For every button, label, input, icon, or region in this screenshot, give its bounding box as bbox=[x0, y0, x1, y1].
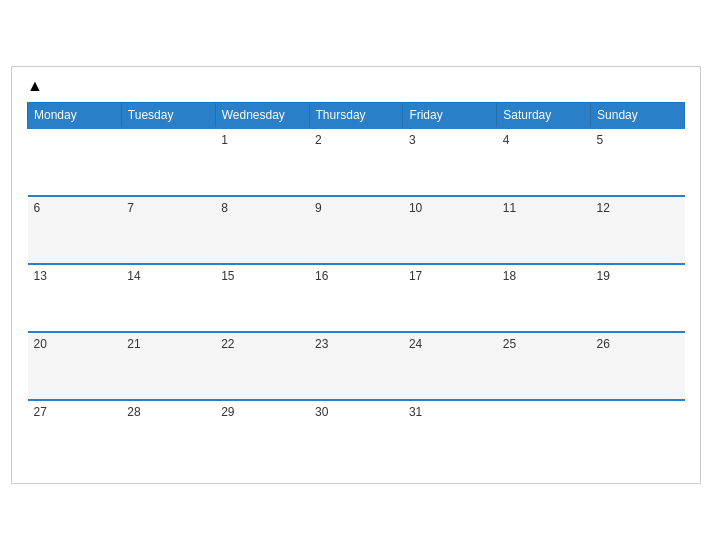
day-number: 15 bbox=[221, 269, 234, 283]
calendar-tbody: 1234567891011121314151617181920212223242… bbox=[28, 128, 685, 468]
day-number: 9 bbox=[315, 201, 322, 215]
weekday-header-monday: Monday bbox=[28, 103, 122, 129]
week-row-2: 13141516171819 bbox=[28, 264, 685, 332]
calendar-cell: 16 bbox=[309, 264, 403, 332]
day-number: 21 bbox=[127, 337, 140, 351]
calendar-cell: 17 bbox=[403, 264, 497, 332]
weekday-header-tuesday: Tuesday bbox=[121, 103, 215, 129]
calendar-cell: 6 bbox=[28, 196, 122, 264]
day-number: 1 bbox=[221, 133, 228, 147]
calendar-cell: 1 bbox=[215, 128, 309, 196]
calendar-cell: 9 bbox=[309, 196, 403, 264]
day-number: 23 bbox=[315, 337, 328, 351]
calendar-cell: 27 bbox=[28, 400, 122, 468]
weekday-header-saturday: Saturday bbox=[497, 103, 591, 129]
calendar-cell: 25 bbox=[497, 332, 591, 400]
day-number: 24 bbox=[409, 337, 422, 351]
day-number: 19 bbox=[597, 269, 610, 283]
calendar-cell: 15 bbox=[215, 264, 309, 332]
calendar-cell: 4 bbox=[497, 128, 591, 196]
day-number: 16 bbox=[315, 269, 328, 283]
day-number: 30 bbox=[315, 405, 328, 419]
calendar-thead: MondayTuesdayWednesdayThursdayFridaySatu… bbox=[28, 103, 685, 129]
calendar-cell bbox=[121, 128, 215, 196]
day-number: 25 bbox=[503, 337, 516, 351]
day-number: 6 bbox=[34, 201, 41, 215]
calendar-cell: 28 bbox=[121, 400, 215, 468]
day-number: 27 bbox=[34, 405, 47, 419]
calendar-cell: 24 bbox=[403, 332, 497, 400]
calendar-cell: 31 bbox=[403, 400, 497, 468]
day-number: 10 bbox=[409, 201, 422, 215]
day-number: 5 bbox=[597, 133, 604, 147]
calendar-cell: 22 bbox=[215, 332, 309, 400]
day-number: 12 bbox=[597, 201, 610, 215]
day-number: 3 bbox=[409, 133, 416, 147]
calendar-cell: 18 bbox=[497, 264, 591, 332]
calendar-grid: MondayTuesdayWednesdayThursdayFridaySatu… bbox=[27, 102, 685, 468]
day-number: 13 bbox=[34, 269, 47, 283]
day-number: 4 bbox=[503, 133, 510, 147]
calendar-cell: 23 bbox=[309, 332, 403, 400]
day-number: 22 bbox=[221, 337, 234, 351]
calendar-cell: 11 bbox=[497, 196, 591, 264]
day-number: 28 bbox=[127, 405, 140, 419]
day-number: 2 bbox=[315, 133, 322, 147]
calendar-cell: 5 bbox=[591, 128, 685, 196]
calendar-cell: 29 bbox=[215, 400, 309, 468]
calendar-cell bbox=[591, 400, 685, 468]
calendar-cell: 20 bbox=[28, 332, 122, 400]
day-number: 18 bbox=[503, 269, 516, 283]
calendar-header: ▲ bbox=[27, 77, 685, 95]
calendar-cell: 21 bbox=[121, 332, 215, 400]
calendar-cell: 3 bbox=[403, 128, 497, 196]
logo: ▲ bbox=[27, 77, 43, 95]
calendar-cell: 14 bbox=[121, 264, 215, 332]
calendar-cell: 10 bbox=[403, 196, 497, 264]
day-number: 8 bbox=[221, 201, 228, 215]
weekday-header-thursday: Thursday bbox=[309, 103, 403, 129]
calendar-cell: 30 bbox=[309, 400, 403, 468]
logo-general-text: ▲ bbox=[27, 77, 43, 95]
weekday-header-wednesday: Wednesday bbox=[215, 103, 309, 129]
weekday-header-sunday: Sunday bbox=[591, 103, 685, 129]
day-number: 11 bbox=[503, 201, 516, 215]
calendar-cell bbox=[28, 128, 122, 196]
week-row-4: 2728293031 bbox=[28, 400, 685, 468]
week-row-1: 6789101112 bbox=[28, 196, 685, 264]
calendar-cell: 7 bbox=[121, 196, 215, 264]
calendar-cell: 13 bbox=[28, 264, 122, 332]
day-number: 20 bbox=[34, 337, 47, 351]
weekday-header-row: MondayTuesdayWednesdayThursdayFridaySatu… bbox=[28, 103, 685, 129]
calendar-cell: 12 bbox=[591, 196, 685, 264]
day-number: 7 bbox=[127, 201, 134, 215]
day-number: 14 bbox=[127, 269, 140, 283]
day-number: 17 bbox=[409, 269, 422, 283]
week-row-0: 12345 bbox=[28, 128, 685, 196]
day-number: 26 bbox=[597, 337, 610, 351]
calendar-cell bbox=[497, 400, 591, 468]
week-row-3: 20212223242526 bbox=[28, 332, 685, 400]
calendar-container: ▲ MondayTuesdayWednesdayThursdayFridaySa… bbox=[11, 66, 701, 485]
weekday-header-friday: Friday bbox=[403, 103, 497, 129]
day-number: 29 bbox=[221, 405, 234, 419]
calendar-cell: 2 bbox=[309, 128, 403, 196]
day-number: 31 bbox=[409, 405, 422, 419]
calendar-cell: 8 bbox=[215, 196, 309, 264]
calendar-cell: 26 bbox=[591, 332, 685, 400]
calendar-cell: 19 bbox=[591, 264, 685, 332]
